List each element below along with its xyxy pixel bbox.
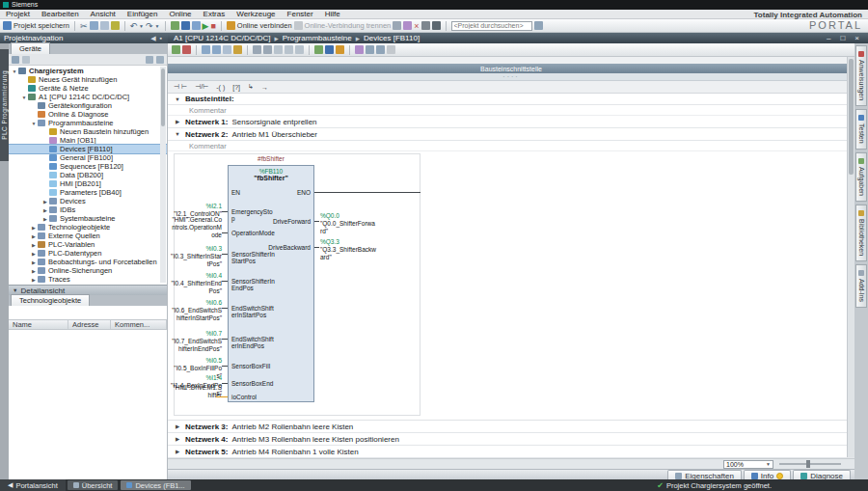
upload-icon[interactable] (192, 21, 201, 30)
interface-splitter-handle[interactable]: ···· (168, 73, 854, 81)
detail-col-name[interactable]: Name (9, 320, 68, 329)
menu-bearbeiten[interactable]: Bearbeiten (36, 10, 85, 19)
tree-item-data-db[interactable]: Data [DB200] (9, 171, 167, 179)
collapse-panel-icon[interactable]: ◀ (149, 35, 157, 42)
redo-dropdown-icon[interactable]: ▼ (155, 21, 160, 31)
network-4-row[interactable]: ▶ Netzwerk 4: Antrieb M3 Rollenbahn leer… (168, 433, 854, 446)
table-view-icon[interactable] (156, 56, 164, 64)
absolute-symbolic-icon[interactable] (274, 45, 283, 54)
normally-open-contact-icon[interactable]: ⊣ ⊢ (174, 83, 187, 91)
tree-item-idbs-folder[interactable]: ▶IDBs (9, 205, 167, 214)
tree-item-watch-force-tables[interactable]: ▶Beobachtungs- und Forcetabellen (9, 258, 167, 266)
tree-item-system-blocks[interactable]: ▶Systembausteine (9, 214, 167, 223)
favorites-icon[interactable] (295, 45, 304, 54)
undo-dropdown-icon[interactable]: ▼ (139, 21, 144, 31)
network-4-expand-icon[interactable]: ▶ (174, 436, 181, 442)
restore-window-icon[interactable] (432, 21, 441, 30)
tree-item-sequences-fb120[interactable]: Sequences [FB120] (9, 162, 167, 171)
network-2-row[interactable]: ▼ Netzwerk 2: Antrieb M1 Überschieber (168, 128, 854, 141)
tree-item-plc-tags[interactable]: ▶PLC-Variablen (9, 240, 167, 249)
network-3-expand-icon[interactable]: ▶ (174, 423, 181, 429)
block-instance-name[interactable]: #fbShifter (228, 155, 314, 163)
tree-item-online-diagnostics[interactable]: Online & Diagnose (9, 110, 167, 119)
tree-item-online-backups[interactable]: ▶Online-Sicherungen (9, 266, 167, 275)
network-2-comment[interactable]: Kommentar (168, 141, 854, 151)
breadcrumb-device[interactable]: A1 [CPU 1214C DC/DC/DC] (174, 34, 270, 42)
expand-all-networks-icon[interactable] (253, 45, 261, 54)
operand-driveforward[interactable]: %Q0.0"Q0.0_ShifterForward" (320, 212, 376, 235)
menu-projekt[interactable]: Projekt (0, 10, 36, 19)
search-options-icon[interactable] (534, 21, 543, 30)
operand-drivebackward[interactable]: %Q3.3"Q3.3_ShifterBackward" (320, 238, 376, 261)
column-view-icon[interactable] (146, 56, 153, 64)
operand-endswitchstartpos[interactable]: %I0.6"I0.6_EndSwitchShifterInStartPos" (170, 299, 222, 322)
print-icon[interactable] (111, 21, 120, 30)
maximize-editor-icon[interactable]: □ (837, 34, 848, 42)
menu-hilfe[interactable]: Hilfe (319, 10, 346, 19)
tree-sort-icon[interactable] (22, 56, 30, 64)
coil-icon[interactable]: -( ) (216, 84, 225, 91)
insert-box-icon[interactable] (202, 45, 210, 54)
tab-geraete[interactable]: Geräte (11, 42, 50, 54)
start-cpu-icon[interactable]: ▶ (203, 21, 209, 31)
breadcrumb-folder[interactable]: Programmbausteine (283, 34, 352, 42)
tree-item-traces[interactable]: ▶Traces (9, 275, 167, 284)
tab-bibliotheken[interactable]: Bibliotheken (855, 205, 867, 261)
block-title-comment[interactable]: Kommentar (168, 105, 854, 116)
split-window-icon[interactable] (421, 21, 430, 30)
block-interface-bar[interactable]: Bausteinschnittstelle (168, 64, 854, 73)
tree-item-project-root[interactable]: ▼Chargiersystem (9, 67, 167, 75)
compile-block-icon[interactable] (314, 45, 323, 54)
tree-item-device-configuration[interactable]: Gerätekonfiguration (9, 101, 167, 110)
block-title-collapse-icon[interactable]: ▼ (174, 96, 181, 102)
jump-tool-icon[interactable]: → (261, 84, 268, 91)
simulation-icon[interactable] (403, 21, 412, 30)
statusbar-tab-uebersicht[interactable]: Übersicht (68, 480, 119, 490)
stop-cpu-icon[interactable]: ■ (210, 21, 215, 31)
statusbar-tab-devices[interactable]: Devices (FB1... (121, 480, 190, 490)
network-5-row[interactable]: ▶ Netzwerk 5: Antrieb M4 Rollenbahn 1 vo… (168, 446, 854, 458)
close-icon[interactable]: × (414, 21, 419, 31)
go-offline-button[interactable]: Online-Verbindung trennen (294, 21, 392, 30)
insert-network-icon[interactable] (172, 45, 180, 54)
editor-settings-icon[interactable] (387, 45, 395, 54)
network-5-expand-icon[interactable]: ▶ (174, 449, 181, 454)
close-editor-icon[interactable]: × (852, 34, 862, 42)
menu-online[interactable]: Online (163, 10, 197, 19)
snapshot-icon[interactable] (355, 45, 364, 54)
tree-item-hmi-db[interactable]: HMI [DB201] (9, 179, 167, 188)
tree-scrollbar[interactable] (160, 67, 166, 283)
tree-item-plc-a1[interactable]: ▼A1 [CPU 1214C DC/DC/DC] (9, 93, 167, 101)
update-calls-icon[interactable] (366, 45, 374, 54)
zoom-slider-knob[interactable] (806, 460, 810, 468)
breadcrumb-block[interactable]: Devices [FB110] (364, 34, 420, 42)
menu-werkzeuge[interactable]: Werkzeuge (231, 10, 281, 19)
fb-call-block[interactable]: %FB110 "fbShifter" EN ENO EmergencyStop … (228, 165, 314, 402)
minimize-editor-icon[interactable]: – (824, 34, 833, 42)
pin-panel-icon[interactable]: ▪ (158, 35, 164, 41)
close-branch-icon[interactable] (223, 45, 231, 54)
block-title-row[interactable]: ▼ Bausteintitel: (168, 94, 854, 105)
tab-testen[interactable]: Testen (855, 109, 867, 150)
network-1-row[interactable]: ▶ Netzwerk 1: Sensorsignale entprellen (168, 116, 854, 128)
operand-iocontrol[interactable]: "HMI".Drive.M1.Shifter (170, 384, 222, 399)
delete-network-icon[interactable] (182, 45, 191, 54)
menu-fenster[interactable]: Fenster (282, 10, 319, 19)
download-block-icon[interactable] (325, 45, 334, 54)
operand-shifterinstartpos[interactable]: %I0.3"I0.3_ShifterInStartPos" (170, 245, 222, 268)
zoom-slider[interactable] (779, 463, 841, 465)
redo-icon[interactable]: ↷ (146, 21, 153, 31)
tree-item-plc-data-types[interactable]: ▶PLC-Datentypen (9, 249, 167, 258)
menu-einfuegen[interactable]: Einfügen (122, 10, 164, 19)
tree-item-main-ob1[interactable]: Main [OB1] (9, 136, 167, 145)
copy-icon[interactable] (90, 21, 98, 30)
fbd-canvas[interactable]: #fbShifter %FB110 "fbShifter" EN ENO Eme… (168, 151, 854, 421)
download-icon[interactable] (181, 21, 190, 30)
tab-technologieobjekte[interactable]: Technologieobjekte (11, 294, 90, 306)
monitoring-glasses-icon[interactable] (336, 45, 344, 54)
tab-anweisungen[interactable]: Anweisungen (855, 45, 867, 106)
tree-item-external-sources[interactable]: ▶Externe Quellen (9, 232, 167, 240)
go-to-icon[interactable] (376, 45, 385, 54)
network-3-row[interactable]: ▶ Netzwerk 3: Antrieb M2 Rollenbahn leer… (168, 421, 854, 433)
normally-closed-contact-icon[interactable]: ⊣/⊢ (195, 83, 208, 91)
